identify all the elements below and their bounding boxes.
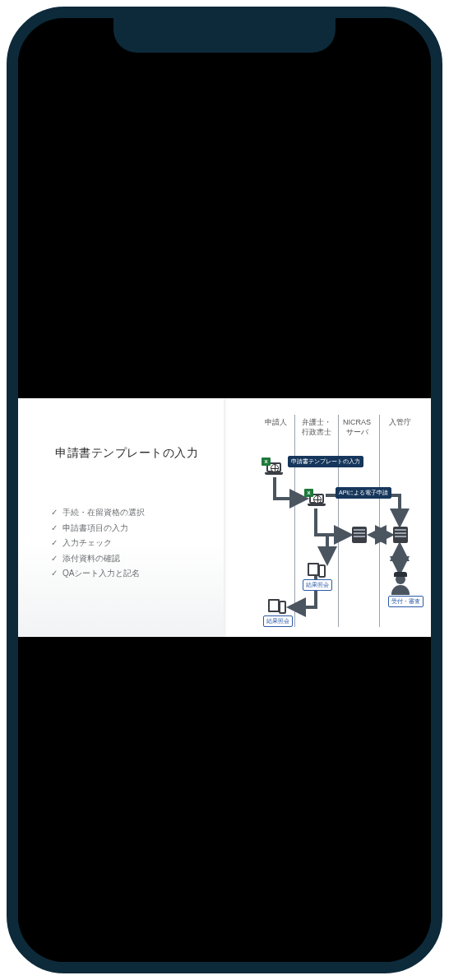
checklist-item: ✓手続・在留資格の選択 (51, 505, 145, 521)
checklist-label: QAシート入力と記名 (62, 566, 140, 582)
phone-screen: 申請書テンプレートの入力 ✓手続・在留資格の選択 ✓申請書項目の入力 ✓入力チェ… (18, 18, 431, 962)
check-icon: ✓ (51, 505, 58, 521)
server-icon (393, 527, 408, 543)
flow-tag-result-applicant: 結果照会 (263, 615, 293, 627)
document-phone-icon (268, 599, 286, 614)
phone-frame: 申請書テンプレートの入力 ✓手続・在留資格の選択 ✓申請書項目の入力 ✓入力チェ… (7, 7, 442, 973)
slide-title: 申請書テンプレートの入力 (55, 446, 198, 461)
excel-badge-icon: X (262, 457, 271, 466)
check-icon: ✓ (51, 551, 58, 567)
swimlane-header-lawyer: 弁護士・ 行政書士 (302, 418, 331, 437)
slide-diagram-panel: 申請人 弁護士・ 行政書士 NICRAS サーバ 入管庁 (230, 398, 431, 637)
presentation-slide: 申請書テンプレートの入力 ✓手続・在留資格の選択 ✓申請書項目の入力 ✓入力チェ… (18, 398, 431, 637)
document-phone-icon (308, 563, 326, 578)
checklist-item: ✓入力チェック (51, 536, 145, 551)
swimlane-divider (294, 415, 295, 627)
checklist-label: 申請書項目の入力 (62, 521, 128, 536)
check-icon: ✓ (51, 566, 58, 582)
checklist-label: 手続・在留資格の選択 (62, 505, 145, 521)
officer-icon (391, 574, 410, 594)
swimlane-header-server: NICRAS サーバ (343, 418, 371, 437)
flow-tag-api-submit: APIによる電子申請 (336, 487, 391, 499)
flow-tag-template-input: 申請書テンプレートの入力 (288, 456, 363, 467)
swimlane-divider (338, 415, 339, 627)
checklist-label: 添付資料の確認 (62, 551, 120, 567)
globe-icon (271, 464, 279, 472)
swimlane-divider (379, 415, 380, 627)
globe-icon (313, 495, 322, 504)
flow-tag-result-lawyer: 結果照会 (303, 579, 332, 591)
server-icon (352, 527, 367, 543)
checklist: ✓手続・在留資格の選択 ✓申請書項目の入力 ✓入力チェック ✓添付資料の確認 ✓… (51, 505, 145, 582)
checklist-label: 入力チェック (62, 536, 112, 551)
swimlane-header-applicant: 申請人 (265, 418, 287, 428)
check-icon: ✓ (51, 536, 58, 551)
checklist-item: ✓添付資料の確認 (51, 551, 145, 567)
excel-badge-icon: X (304, 489, 313, 497)
swimlane-header-immigration: 入管庁 (389, 418, 411, 428)
check-icon: ✓ (51, 521, 58, 536)
slide-left-panel: 申請書テンプレートの入力 ✓手続・在留資格の選択 ✓申請書項目の入力 ✓入力チェ… (18, 398, 224, 637)
checklist-item: ✓QAシート入力と記名 (51, 566, 145, 582)
flow-tag-review: 受付・審査 (388, 596, 424, 607)
checklist-item: ✓申請書項目の入力 (51, 521, 145, 536)
phone-notch (113, 18, 336, 53)
